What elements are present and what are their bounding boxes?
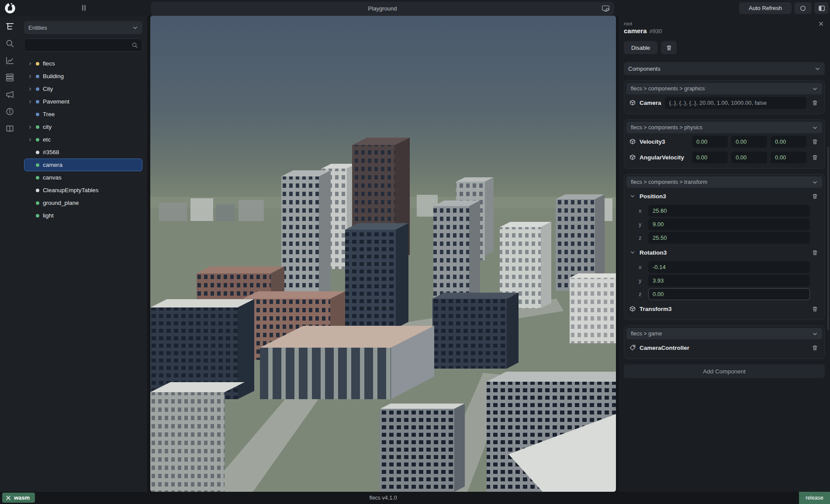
wasm-badge-label: wasm [14, 494, 30, 501]
expand-caret-icon[interactable] [28, 62, 32, 66]
tree-item-etc[interactable]: etc [24, 133, 142, 146]
tree-item-cleanupemptytables[interactable]: CleanupEmptyTables [24, 184, 142, 197]
delete-component-button[interactable] [810, 247, 820, 258]
flecs-logo-icon [3, 1, 17, 14]
component-group-title: flecs > components > transform [631, 179, 707, 185]
component-value-field[interactable]: 0.00 [692, 152, 728, 163]
tree-item--3568[interactable]: #3568 [24, 146, 142, 159]
record-button[interactable] [794, 2, 812, 14]
entity-panel: Entities flecsBuildingCityPavementTreeci… [19, 16, 147, 492]
disable-button[interactable]: Disable [624, 41, 657, 54]
tree-item-canvas[interactable]: canvas [24, 171, 142, 184]
delete-component-button[interactable] [810, 342, 820, 353]
entity-kind-dot [36, 163, 39, 167]
delete-component-button[interactable] [810, 136, 820, 147]
component-group-header[interactable]: flecs > game [626, 328, 822, 339]
component-row-velocity3: Velocity30.000.000.00 [626, 133, 822, 149]
rail-outliner-icon[interactable] [5, 22, 14, 31]
tree-item-building[interactable]: Building [24, 70, 142, 83]
entity-kind-dot [36, 75, 39, 78]
breadcrumb: root [624, 21, 825, 26]
circle-icon [799, 5, 806, 12]
viewport-canvas[interactable] [150, 16, 616, 492]
component-value-field[interactable]: 0.00 [731, 152, 767, 163]
trash-icon [812, 193, 818, 200]
rail-alerts-icon[interactable] [5, 90, 14, 99]
entity-label: etc [43, 136, 51, 143]
rail-stats-icon[interactable] [5, 56, 14, 65]
component-row-transform3: Transform3 [626, 300, 822, 316]
tree-item-ground-plane[interactable]: ground_plane [24, 197, 142, 209]
field-key: z [639, 235, 643, 241]
component-row-position3: Position3 [626, 188, 822, 204]
delete-entity-button[interactable] [661, 41, 677, 54]
component-value-field[interactable]: -0.14 [648, 261, 810, 273]
expand-caret-icon[interactable] [28, 87, 32, 91]
expand-caret-icon[interactable] [28, 100, 32, 104]
component-group: flecs > components > physicsVelocity30.0… [624, 119, 825, 169]
expand-caret-icon[interactable] [28, 125, 32, 129]
entity-label: camera [43, 162, 62, 168]
entity-kind-dot [36, 214, 39, 217]
delete-component-button[interactable] [810, 97, 820, 108]
component-group-header[interactable]: flecs > components > transform [626, 176, 822, 188]
close-icon[interactable] [818, 21, 824, 27]
tree-item-city[interactable]: City [24, 83, 142, 95]
delete-component-button[interactable] [810, 191, 820, 201]
tree-item-camera[interactable]: camera [24, 159, 142, 171]
field-key: x [639, 207, 643, 214]
rail-search-icon[interactable] [5, 39, 14, 48]
tree-item-pavement[interactable]: Pavement [24, 95, 142, 108]
expand-caret-icon[interactable] [28, 138, 32, 142]
expand-caret-icon[interactable] [28, 74, 32, 79]
component-cube-icon [629, 154, 636, 161]
component-value-field[interactable]: 0.00 [771, 136, 806, 148]
tree-item-city[interactable]: city [24, 121, 142, 133]
chevron-down-icon [812, 180, 818, 185]
component-value-field[interactable]: 9.00 [648, 218, 810, 230]
trash-icon [812, 306, 818, 312]
search-input[interactable] [28, 41, 131, 49]
rail-info-icon[interactable] [5, 107, 14, 116]
component-value-field[interactable]: 0.00 [648, 288, 810, 300]
playground-tab[interactable]: Playground [151, 2, 614, 15]
screenshot-icon[interactable] [602, 5, 610, 12]
component-row-rotation3: Rotation3 [626, 244, 822, 260]
chevron-down-icon [812, 86, 818, 92]
component-name: Rotation3 [640, 249, 667, 256]
collapse-caret-icon[interactable] [630, 193, 635, 199]
collapse-caret-icon[interactable] [630, 250, 635, 255]
entity-label: ground_plane [43, 200, 79, 206]
component-value-field[interactable]: 3.93 [648, 275, 810, 287]
component-value-field[interactable]: 0.00 [692, 136, 728, 148]
rail-docs-icon[interactable] [5, 124, 14, 133]
panel-toggle-button[interactable] [814, 2, 829, 14]
delete-component-button[interactable] [810, 152, 820, 162]
add-component-button[interactable]: Add Component [624, 364, 825, 378]
chevron-down-icon [812, 331, 818, 337]
component-value-field[interactable]: 25.50 [648, 232, 810, 244]
components-section-header[interactable]: Components [624, 62, 825, 75]
delete-component-button[interactable] [810, 304, 820, 314]
component-group-header[interactable]: flecs > components > graphics [626, 83, 822, 94]
entity-label: flecs [43, 60, 55, 67]
scope-selector[interactable]: Entities [24, 21, 142, 34]
caret-placeholder [28, 163, 32, 167]
field-row-x: x-0.14 [626, 260, 822, 273]
component-value-field[interactable]: 0.00 [731, 136, 767, 148]
inspector-scrollbar[interactable] [827, 147, 829, 330]
component-group-header[interactable]: flecs > components > physics [626, 122, 822, 133]
rail-tables-icon[interactable] [5, 73, 14, 82]
entity-label: city [43, 124, 52, 130]
component-value-field[interactable]: 0.00 [771, 152, 806, 163]
component-value-field[interactable]: {..}, {..}, {..}, 20.00, 1.00, 1000.00, … [665, 97, 806, 109]
pause-icon[interactable] [80, 4, 87, 11]
field-key: z [639, 291, 643, 297]
tree-item-flecs[interactable]: flecs [24, 57, 142, 70]
tree-item-light[interactable]: light [24, 209, 142, 222]
chevron-down-icon [132, 25, 138, 31]
component-name: Position3 [640, 193, 666, 200]
auto-refresh-button[interactable]: Auto Refresh [739, 2, 792, 14]
component-value-field[interactable]: 25.60 [648, 205, 810, 217]
tree-item-tree[interactable]: Tree [24, 108, 142, 121]
